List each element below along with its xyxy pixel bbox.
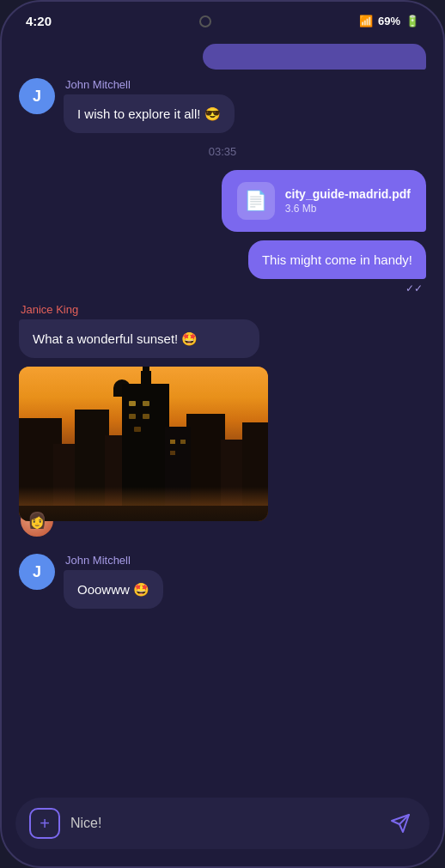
file-size: 3.6 Mb [285, 203, 411, 215]
wifi-icon: 📶 [359, 15, 373, 27]
file-name: city_guide-madrid.pdf [285, 187, 411, 201]
win-b [180, 440, 186, 444]
window-1 [129, 401, 136, 406]
send-button[interactable] [385, 808, 416, 839]
timestamp-0335: 03:35 [19, 142, 426, 161]
road [19, 506, 268, 521]
message-row-janice: Janice King What a wonderful sunset! 🤩 [19, 303, 426, 521]
avatar-john-2: J [19, 554, 55, 590]
message-row-john-1: J John Mitchell I wish to explore it all… [19, 78, 426, 133]
window-5 [134, 427, 141, 432]
message-row-john-2: J John Mitchell Ooowww 🤩 [19, 554, 426, 609]
bubble-john-1: I wish to explore it all! 😎 [64, 94, 235, 133]
win-c [170, 451, 175, 455]
sender-john-1: John Mitchell [64, 78, 235, 91]
sender-john-2: John Mitchell [64, 554, 163, 567]
chat-area: J John Mitchell I wish to explore it all… [2, 35, 443, 798]
sender-janice: Janice King [19, 303, 259, 316]
dome-top [143, 367, 149, 373]
bubble-wrap-janice: Janice King What a wonderful sunset! 🤩 [19, 303, 259, 521]
message-input[interactable]: Nice! [70, 816, 375, 831]
bubble-wrap-john-2: John Mitchell Ooowww 🤩 [64, 554, 163, 609]
plus-icon: + [40, 814, 50, 834]
bubble-outgoing-1: This might come in handy! [248, 240, 426, 279]
send-icon [390, 813, 411, 834]
window-2 [143, 401, 149, 406]
window-4 [143, 414, 149, 419]
status-icons: 📶 69% 🔋 [359, 15, 419, 27]
madrid-image [19, 367, 268, 521]
win-a [170, 440, 175, 444]
bubble-john-2: Ooowww 🤩 [64, 570, 163, 609]
avatar-john: J [19, 78, 55, 114]
outgoing-stub [203, 44, 426, 70]
battery-display: 69% [378, 15, 400, 27]
bubble-wrap-john-1: John Mitchell I wish to explore it all! … [64, 78, 235, 133]
status-bar: 4:20 📶 69% 🔋 [2, 2, 443, 35]
file-info: city_guide-madrid.pdf 3.6 Mb [285, 187, 411, 215]
file-bubble: 📄 city_guide-madrid.pdf 3.6 Mb [222, 170, 426, 232]
file-icon: 📄 [237, 182, 275, 220]
battery-icon: 🔋 [405, 15, 419, 27]
camera-notch [199, 15, 211, 27]
phone-frame: 4:20 📶 69% 🔋 J John Mitchell I wish to e… [0, 0, 445, 868]
read-tick: ✓✓ [405, 282, 426, 294]
time-display: 4:20 [26, 14, 52, 28]
outgoing-text-wrap: This might come in handy! ✓✓ [19, 240, 426, 294]
add-attachment-button[interactable]: + [29, 808, 60, 839]
madrid-scene [19, 367, 268, 521]
input-bar[interactable]: + Nice! [15, 798, 430, 849]
bubble-janice: What a wonderful sunset! 🤩 [19, 319, 259, 358]
window-3 [129, 414, 136, 419]
spire [141, 371, 151, 384]
